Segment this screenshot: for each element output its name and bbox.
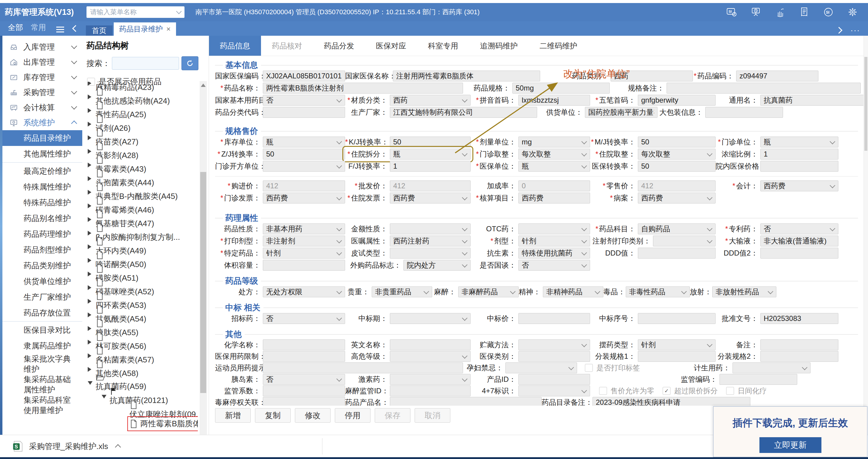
field-input[interactable]: [390, 397, 542, 406]
caret-right-icon[interactable]: [88, 108, 96, 113]
tree-scrollbar-thumb[interactable]: [200, 172, 206, 393]
field-select[interactable]: 西药费: [638, 193, 716, 203]
nav-link-common[interactable]: 常用: [31, 22, 46, 32]
caret-right-icon[interactable]: [88, 176, 96, 181]
field-select[interactable]: 院内处方: [403, 260, 471, 271]
field-select[interactable]: [518, 224, 590, 234]
caret-right-icon[interactable]: [88, 271, 96, 277]
field-input[interactable]: [263, 339, 345, 350]
field-select[interactable]: 非精神药品: [543, 286, 603, 297]
field-select[interactable]: 西药注射药: [390, 235, 471, 247]
sidebar-item[interactable]: 集采批次字典维护: [2, 354, 82, 374]
field-select[interactable]: 非贵重药品: [372, 286, 432, 297]
sidebar-item[interactable]: 特殊药品维护: [2, 195, 82, 210]
field-input[interactable]: [518, 313, 590, 324]
caret-right-icon[interactable]: [88, 340, 96, 345]
checkbox[interactable]: ✓: [663, 387, 671, 395]
sidebar-item[interactable]: 药品目录维护: [2, 130, 82, 146]
sidebar-group-system[interactable]: 系统维护: [2, 115, 82, 130]
nav-link-all[interactable]: 全部: [8, 22, 23, 32]
field-input[interactable]: 50: [263, 149, 345, 160]
field-input[interactable]: 非大输液(普通输液): [760, 235, 838, 247]
field-select[interactable]: 无处方权限: [263, 286, 345, 297]
sidebar-item[interactable]: 药品剂型维护: [2, 242, 82, 258]
sidebar-item[interactable]: 生产厂家维护: [2, 289, 82, 305]
caret-right-icon[interactable]: [88, 312, 96, 317]
field-input[interactable]: [719, 374, 797, 385]
field-select[interactable]: 每次取整: [638, 149, 716, 160]
field-select[interactable]: 否: [263, 95, 345, 106]
sidebar-item[interactable]: 特殊属性维护: [2, 179, 82, 195]
field-select[interactable]: 针剂: [638, 339, 716, 350]
sidebar-group-outbox[interactable]: 出库管理: [2, 55, 82, 69]
field-select[interactable]: [390, 224, 471, 234]
receipt-icon[interactable]: [799, 7, 809, 17]
field-input[interactable]: [263, 397, 345, 406]
sidebar-item[interactable]: 药品存放位置: [2, 305, 82, 321]
form-tab[interactable]: 二维码维护: [529, 36, 588, 56]
close-icon[interactable]: ×: [166, 25, 170, 33]
field-input[interactable]: [760, 339, 838, 350]
field-select[interactable]: 西药费: [760, 180, 838, 191]
tab-drug-catalog[interactable]: 药品目录维护 ×: [114, 22, 176, 36]
caret-right-icon[interactable]: [88, 326, 96, 331]
field-input[interactable]: [638, 313, 716, 324]
caret-right-icon[interactable]: [88, 135, 96, 140]
tree-search-input[interactable]: [112, 57, 179, 69]
form-tab[interactable]: 药品核对: [261, 36, 313, 56]
field-input[interactable]: [638, 248, 716, 259]
caret-right-icon[interactable]: [88, 244, 96, 249]
caret-right-icon[interactable]: [88, 258, 96, 263]
field-select[interactable]: [263, 161, 345, 172]
caret-right-icon[interactable]: [88, 299, 96, 304]
field-select[interactable]: [653, 235, 716, 247]
sidebar-item[interactable]: 药品别名维护: [2, 210, 82, 226]
tab-home[interactable]: 首页: [86, 25, 113, 36]
sidebar-item[interactable]: 药品类别维护: [2, 258, 82, 274]
field-input[interactable]: [638, 351, 716, 362]
field-select[interactable]: 否: [263, 313, 345, 324]
field-input[interactable]: 江西艾施特制药有限公司: [390, 107, 537, 118]
field-select[interactable]: 否: [263, 374, 345, 385]
checkbox[interactable]: [599, 387, 607, 395]
field-input[interactable]: 注射用两性霉素B脂质体: [393, 70, 540, 81]
field-input[interactable]: [263, 363, 463, 373]
si-circle-icon[interactable]: SI: [823, 7, 834, 17]
field-input[interactable]: 412: [390, 180, 471, 191]
form-tab[interactable]: 科室专用: [417, 36, 469, 56]
field-input[interactable]: [705, 107, 783, 118]
field-input[interactable]: [760, 248, 838, 259]
sidebar-item[interactable]: 供货单位维护: [2, 274, 82, 289]
chevron-up-icon[interactable]: [115, 444, 121, 450]
caret-right-icon[interactable]: [88, 217, 96, 222]
update-now-button[interactable]: 立即更新: [760, 437, 822, 453]
caret-down-icon[interactable]: [102, 395, 110, 398]
sidebar-item[interactable]: 集采药品基础属性维护: [2, 374, 82, 395]
tab-scroll-left-icon[interactable]: [72, 25, 79, 32]
card-si-icon[interactable]: SI: [726, 7, 737, 17]
sidebar-group-purchase[interactable]: 采购管理: [2, 85, 82, 100]
field-select[interactable]: [505, 363, 577, 373]
caret-right-icon[interactable]: [88, 190, 96, 195]
field-select[interactable]: 非注射剂: [263, 235, 345, 247]
toolbar-button[interactable]: 修改: [295, 408, 331, 423]
field-input[interactable]: 西药费: [518, 193, 590, 203]
tree-item[interactable]: 两性霉素B脂质体注...: [86, 417, 198, 431]
field-input[interactable]: 50: [638, 161, 716, 172]
menu-collapse-icon[interactable]: [56, 27, 64, 32]
field-input[interactable]: 1: [760, 149, 838, 160]
field-select[interactable]: 非基本用药: [263, 224, 345, 234]
file-download-chip[interactable]: S 采购管理_采购维护.xls: [12, 440, 120, 452]
field-input[interactable]: [390, 339, 471, 350]
caret-right-icon[interactable]: [88, 82, 96, 86]
form-scrollbar-thumb[interactable]: [864, 57, 867, 151]
form-scrollbar[interactable]: [864, 36, 868, 435]
sidebar-item[interactable]: 最高定价维护: [2, 163, 82, 179]
field-input[interactable]: 2023-09感染性疾病科申请: [592, 397, 750, 406]
tree-scrollbar[interactable]: [199, 81, 207, 435]
toolbar-button[interactable]: 停用: [335, 408, 371, 423]
field-select[interactable]: 瓶: [390, 149, 471, 160]
tree-item[interactable]: 伏立康唑注射剂(09...: [86, 403, 198, 417]
field-select[interactable]: 非毒性药品: [626, 286, 690, 297]
field-input[interactable]: 50mg: [512, 83, 610, 93]
